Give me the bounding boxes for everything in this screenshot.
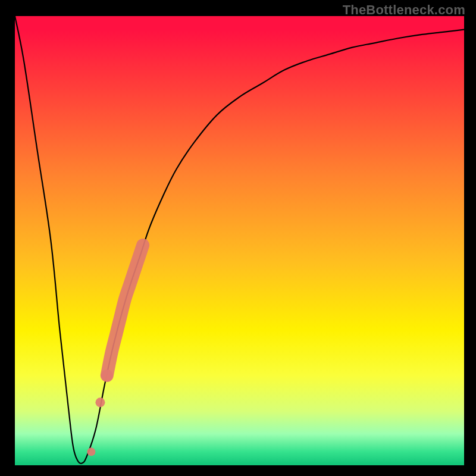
- chart-stage: TheBottleneck.com: [0, 0, 476, 476]
- marker-dot: [87, 447, 95, 456]
- marker-dot: [101, 369, 113, 381]
- watermark-label: TheBottleneck.com: [343, 2, 465, 18]
- plot-svg: [0, 0, 476, 476]
- marker-dot: [95, 397, 105, 407]
- plot-background: [15, 16, 464, 465]
